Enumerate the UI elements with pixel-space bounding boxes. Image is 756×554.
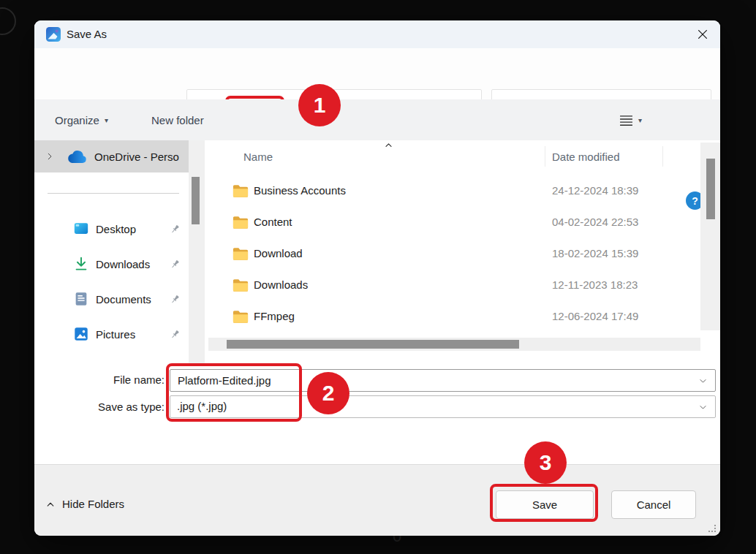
file-name-combo [170, 369, 716, 392]
sidebar-item-documents[interactable]: Documents [34, 281, 189, 316]
file-row-download[interactable]: Download 18-02-2024 15:39 [208, 239, 700, 270]
annotation-step-2: 2 [307, 372, 349, 414]
file-name-input[interactable] [176, 371, 589, 390]
column-header-name[interactable]: Name [243, 151, 273, 163]
save-as-type-label: Save as type: [56, 401, 165, 413]
pin-icon [170, 259, 181, 270]
pin-icon [170, 329, 181, 340]
horizontal-scrollbar-thumb[interactable] [227, 340, 519, 349]
annotation-step-1: 1 [298, 84, 341, 126]
folder-icon [233, 216, 249, 229]
sidebar-divider [48, 193, 179, 194]
file-list-header: Name Date modified [205, 145, 700, 168]
file-name-cell: Download [254, 247, 303, 259]
navigation-bar: › Desktop 1 [34, 48, 720, 99]
folder-icon [233, 184, 249, 198]
file-name-label: File name: [56, 373, 165, 386]
save-as-type-select[interactable]: .jpg (*.jpg) [170, 395, 716, 418]
file-row-ffmpeg[interactable]: FFmpeg 12-06-2024 17:49 [208, 302, 700, 333]
column-header-date-modified[interactable]: Date modified [552, 151, 620, 163]
caret-down-icon: ▾ [105, 116, 108, 124]
horizontal-scrollbar[interactable] [208, 338, 700, 351]
sidebar-item-onedrive[interactable]: OneDrive - Perso [34, 140, 189, 172]
folder-icon [233, 310, 249, 324]
sidebar-scrollbar-thumb[interactable] [192, 177, 200, 224]
file-name-cell: Business Accounts [254, 184, 346, 197]
file-row-business-accounts[interactable]: Business Accounts 24-12-2024 18:39 [208, 176, 700, 208]
background-partial-circle [0, 7, 16, 35]
photos-app-icon [46, 27, 61, 42]
save-button[interactable]: Save [496, 490, 594, 519]
sidebar-scrollbar[interactable] [189, 140, 205, 366]
window-title: Save As [67, 20, 107, 48]
organize-label: Organize [55, 114, 99, 126]
pin-icon [170, 224, 181, 235]
file-name-cell: Content [254, 216, 292, 228]
save-as-dialog: Save As › Desktop 1 [34, 20, 720, 536]
pin-icon [170, 294, 181, 305]
file-row-downloads[interactable]: Downloads 12-11-2023 18:23 [208, 270, 700, 302]
chevron-up-icon [45, 499, 56, 509]
sidebar-item-label: Downloads [96, 258, 170, 270]
sidebar-item-desktop[interactable]: Desktop [34, 211, 189, 246]
sidebar-item-downloads[interactable]: Downloads [34, 246, 189, 281]
desktop-icon [73, 221, 89, 237]
close-button[interactable] [690, 23, 715, 45]
onedrive-cloud-icon [67, 150, 88, 164]
save-button-label: Save [532, 498, 557, 511]
date-modified-cell: 04-02-2024 22:53 [552, 216, 638, 228]
organize-menu-button[interactable]: Organize ▾ [55, 99, 108, 140]
desktop-background: 0 ° Save As › Desktop 1 [0, 0, 756, 554]
downloads-icon [73, 256, 89, 272]
hide-folders-label: Hide Folders [62, 498, 124, 510]
caret-down-icon: ▾ [638, 116, 642, 124]
chevron-down-icon[interactable] [698, 376, 708, 386]
annotation-step-3: 3 [524, 441, 567, 484]
view-mode-button[interactable]: ▾ [619, 99, 642, 140]
sidebar-item-pictures[interactable]: Pictures [34, 316, 189, 352]
date-modified-cell: 18-02-2024 15:39 [552, 247, 638, 259]
vertical-scrollbar[interactable] [700, 143, 720, 330]
file-name-cell: Downloads [254, 278, 308, 291]
save-as-type-value: .jpg (*.jpg) [177, 400, 227, 412]
chevron-right-icon [45, 151, 55, 162]
date-modified-cell: 24-12-2024 18:39 [552, 184, 638, 197]
folder-icon [233, 278, 249, 292]
column-divider[interactable] [662, 146, 663, 167]
new-folder-label: New folder [151, 114, 204, 126]
sidebar-item-label: Documents [96, 293, 170, 306]
sidebar-item-label: OneDrive - Perso [94, 151, 179, 163]
new-folder-button[interactable]: New folder [151, 99, 204, 140]
resize-grip[interactable] [708, 525, 716, 532]
command-toolbar: Organize ▾ New folder ▾ ? [34, 99, 720, 140]
date-modified-cell: 12-06-2024 17:49 [552, 310, 638, 322]
folder-icon [233, 247, 249, 261]
date-modified-cell: 12-11-2023 18:23 [552, 278, 638, 291]
sort-ascending-icon[interactable] [384, 140, 393, 150]
dialog-footer: Hide Folders Save Cancel [34, 464, 720, 536]
cancel-button[interactable]: Cancel [611, 490, 696, 519]
chevron-down-icon [698, 403, 708, 412]
pictures-icon [73, 326, 89, 342]
cancel-button-label: Cancel [637, 498, 671, 511]
close-icon [696, 28, 709, 41]
sidebar-item-label: Desktop [96, 223, 170, 235]
documents-icon [73, 291, 89, 307]
title-bar: Save As [34, 20, 720, 48]
file-row-content[interactable]: Content 04-02-2024 22:53 [208, 208, 700, 239]
details-view-icon [619, 115, 633, 126]
vertical-scrollbar-thumb[interactable] [706, 159, 715, 219]
column-divider[interactable] [545, 146, 545, 167]
file-name-cell: FFmpeg [254, 310, 295, 322]
hide-folders-button[interactable]: Hide Folders [45, 498, 124, 510]
sidebar-item-label: Pictures [96, 328, 170, 341]
